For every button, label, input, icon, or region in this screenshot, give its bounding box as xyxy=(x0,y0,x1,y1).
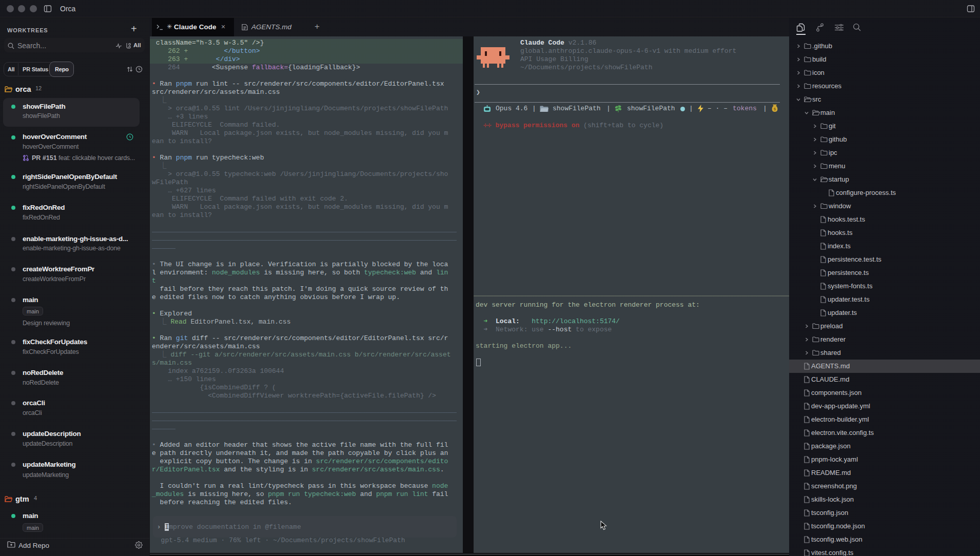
svg-text:$: $ xyxy=(774,107,776,111)
